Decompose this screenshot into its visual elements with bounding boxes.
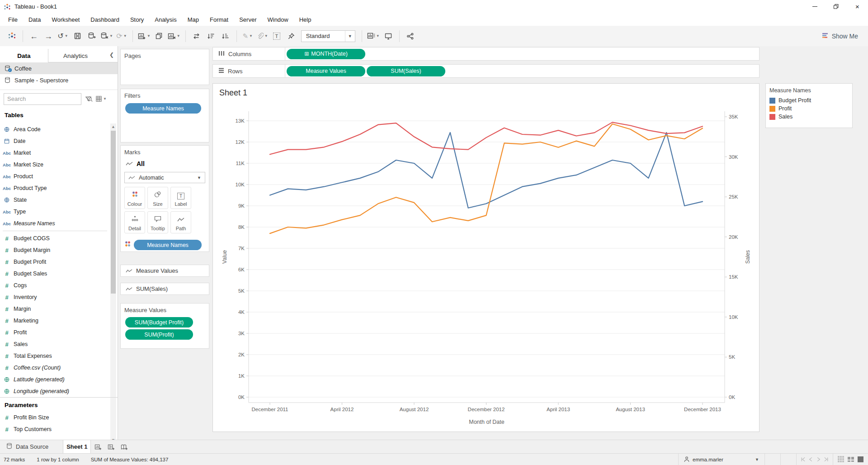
- series-line-sales[interactable]: [270, 122, 703, 154]
- scroll-up-icon[interactable]: ▲: [110, 123, 116, 130]
- menu-format[interactable]: Format: [204, 14, 234, 25]
- new-dashboard-tab-icon[interactable]: [105, 440, 117, 453]
- measure-values-section-header[interactable]: Measure Values: [120, 265, 209, 277]
- field-budget-sales[interactable]: #Budget Sales: [0, 268, 110, 280]
- sum-sales-section-header[interactable]: SUM(Sales): [120, 283, 209, 295]
- next-sheet-icon[interactable]: [816, 457, 821, 463]
- new-worksheet-icon[interactable]: ▼: [138, 29, 151, 43]
- field-inventory[interactable]: #Inventory: [0, 291, 110, 303]
- field-list-scrollbar[interactable]: ▲ ▼: [110, 123, 116, 443]
- presentation-mode-icon[interactable]: [382, 29, 394, 43]
- parameter-profit-bin-size[interactable]: #Profit Bin Size: [0, 412, 118, 423]
- group-members-icon[interactable]: ▼: [256, 29, 268, 43]
- back-icon[interactable]: ←: [28, 29, 40, 43]
- rows-pill-measure-values[interactable]: Measure Values: [287, 66, 365, 76]
- duplicate-sheet-icon[interactable]: [153, 29, 165, 43]
- data-source-sample-superstore[interactable]: Sample - Superstore: [0, 74, 118, 86]
- sort-descending-icon[interactable]: [220, 29, 231, 43]
- tab-analytics[interactable]: Analytics: [48, 49, 103, 62]
- menu-data[interactable]: Data: [23, 14, 46, 25]
- auto-updates-icon[interactable]: ⟳▼: [116, 29, 127, 43]
- show-current-sheet-icon[interactable]: [858, 456, 863, 463]
- search-box[interactable]: [4, 93, 81, 105]
- first-sheet-icon[interactable]: [801, 457, 806, 463]
- field-date[interactable]: Date: [0, 135, 110, 147]
- field-coffee-csv-count-[interactable]: #Coffee.csv (Count): [0, 362, 110, 374]
- rows-pill-sum-sales-[interactable]: SUM(Sales): [367, 66, 445, 76]
- field-latitude-generated-[interactable]: Latitude (generated): [0, 374, 110, 385]
- measure-values-pill-sum-budget-profit-[interactable]: SUM(Budget Profit): [125, 317, 193, 327]
- menu-analysis[interactable]: Analysis: [149, 14, 182, 25]
- clear-sheet-icon[interactable]: ▼: [168, 29, 180, 43]
- field-product-type[interactable]: AbcProduct Type: [0, 182, 110, 194]
- mark-button-detail[interactable]: Detail: [124, 211, 145, 233]
- menu-story[interactable]: Story: [125, 14, 149, 25]
- legend-item-sales[interactable]: Sales: [766, 113, 852, 121]
- highlight-icon[interactable]: ✎▼: [242, 29, 254, 43]
- field-type[interactable]: AbcType: [0, 206, 110, 218]
- field-budget-cogs[interactable]: #Budget COGS: [0, 232, 110, 244]
- replay-icon[interactable]: ↺▼: [57, 29, 69, 43]
- fit-mode-select[interactable]: Standard▼: [301, 30, 355, 42]
- field-product[interactable]: AbcProduct: [0, 171, 110, 182]
- menu-map[interactable]: Map: [182, 14, 204, 25]
- save-icon[interactable]: [71, 29, 83, 43]
- menu-file[interactable]: File: [3, 14, 23, 25]
- menu-help[interactable]: Help: [294, 14, 317, 25]
- show-mark-labels-icon[interactable]: T: [271, 29, 283, 43]
- field-area-code[interactable]: Area Code: [0, 123, 110, 135]
- new-data-source-icon[interactable]: [86, 29, 98, 43]
- fix-axes-icon[interactable]: [285, 29, 297, 43]
- new-worksheet-tab-icon[interactable]: [92, 440, 104, 453]
- mark-button-colour[interactable]: Colour: [124, 187, 145, 209]
- field-budget-profit[interactable]: #Budget Profit: [0, 256, 110, 268]
- show-filmstrip-icon[interactable]: [848, 456, 854, 463]
- last-sheet-icon[interactable]: [824, 457, 829, 463]
- data-source-coffee[interactable]: ✓Coffee: [0, 62, 118, 74]
- pause-auto-updates-icon[interactable]: ▼: [100, 29, 113, 43]
- field-sales[interactable]: #Sales: [0, 338, 110, 350]
- menu-server[interactable]: Server: [234, 14, 262, 25]
- mark-type-select[interactable]: Automatic ▼: [124, 172, 205, 183]
- measure-values-pill-sum-profit-[interactable]: SUM(Profit): [125, 329, 193, 340]
- mark-button-label[interactable]: TLabel: [170, 187, 191, 209]
- signed-in-user[interactable]: emma.marler ▼: [679, 456, 764, 463]
- data-source-tab[interactable]: Data Source: [0, 440, 55, 453]
- mark-button-tooltip[interactable]: Tooltip: [147, 211, 168, 233]
- sort-ascending-icon[interactable]: [205, 29, 217, 43]
- forward-icon[interactable]: →: [42, 29, 54, 43]
- share-icon[interactable]: [405, 29, 416, 43]
- show-me-button[interactable]: Show Me: [818, 29, 862, 43]
- menu-worksheet[interactable]: Worksheet: [46, 14, 85, 25]
- filter-pill-measure-names[interactable]: Measure Names: [125, 103, 201, 114]
- menu-dashboard[interactable]: Dashboard: [85, 14, 125, 25]
- collapse-pane-icon[interactable]: ❮: [109, 52, 114, 58]
- close-button[interactable]: ×: [847, 0, 868, 13]
- mark-button-path[interactable]: Path: [170, 211, 191, 233]
- field-longitude-generated-[interactable]: Longitude (generated): [0, 385, 110, 397]
- parameter-top-customers[interactable]: #Top Customers: [0, 423, 118, 435]
- swap-rows-columns-icon[interactable]: [191, 29, 203, 43]
- filter-fields-icon[interactable]: [85, 96, 92, 102]
- tableau-logo-icon[interactable]: [6, 29, 18, 43]
- field-market[interactable]: AbcMarket: [0, 147, 110, 159]
- view-options-icon[interactable]: ▼: [95, 95, 107, 102]
- minimize-button[interactable]: [804, 0, 826, 13]
- field-budget-margin[interactable]: #Budget Margin: [0, 244, 110, 256]
- columns-pill-month-date-[interactable]: ⊞MONTH(Date): [287, 49, 365, 59]
- new-story-tab-icon[interactable]: [118, 440, 130, 453]
- marks-pill-measure-names[interactable]: Measure Names: [134, 240, 202, 250]
- field-total-expenses[interactable]: #Total Expenses: [0, 350, 110, 362]
- series-line-profit[interactable]: [270, 124, 703, 233]
- legend-item-profit[interactable]: Profit: [766, 104, 852, 113]
- show-sheets-grid-icon[interactable]: [838, 456, 844, 463]
- scrollbar-thumb[interactable]: [111, 131, 116, 294]
- field-marketing[interactable]: #Marketing: [0, 315, 110, 327]
- search-input[interactable]: [4, 95, 87, 102]
- menu-window[interactable]: Window: [262, 14, 293, 25]
- field-margin[interactable]: #Margin: [0, 303, 110, 315]
- show-hide-cards-icon[interactable]: ▼: [367, 29, 380, 43]
- restore-button[interactable]: [826, 0, 847, 13]
- mark-button-size[interactable]: Size: [147, 187, 168, 209]
- tab-sheet-1[interactable]: Sheet 1: [63, 440, 91, 453]
